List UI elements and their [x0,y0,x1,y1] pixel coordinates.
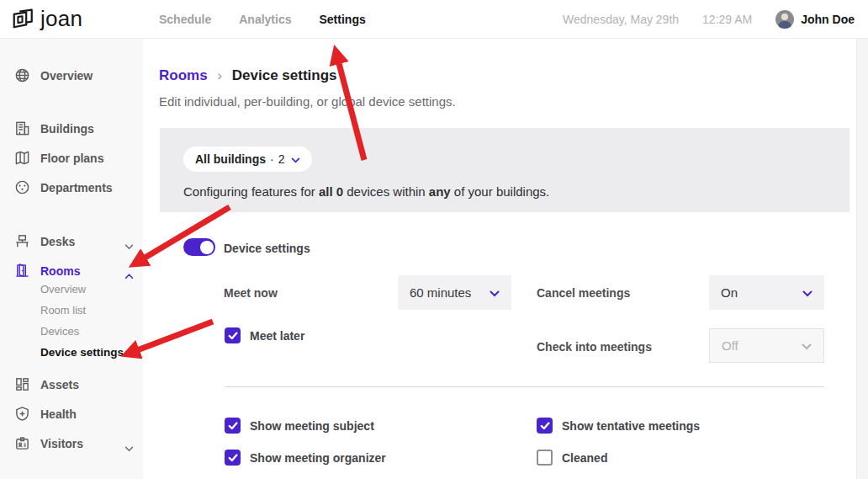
building-icon [13,120,31,137]
section-divider [225,386,824,387]
device-settings-toggle[interactable] [183,238,215,256]
show-meeting-subject-option[interactable]: Show meeting subject [225,418,374,434]
page-title: Device settings [232,67,337,83]
show-meeting-organizer-checkbox[interactable] [225,450,241,466]
filter-bar: All buildings · 2 Configuring features f… [160,128,849,212]
user-menu[interactable]: John Doe [775,10,855,29]
sidebar: Overview Buildings Floor plans Departmen… [0,39,143,479]
scrollbar[interactable] [856,39,868,479]
current-date: Wednesday, May 29th [563,13,679,26]
door-icon [13,262,31,279]
sidebar-item-buildings[interactable]: Buildings [0,117,143,141]
floor-plan-icon [13,149,31,167]
show-meeting-organizer-option[interactable]: Show meeting organizer [225,450,386,466]
meet-now-label: Meet now [224,286,278,300]
joan-logo-icon [11,5,34,35]
sidebar-item-rooms[interactable]: Rooms [0,259,143,283]
logo-wordmark: joan [40,8,82,33]
sidebar-item-overview[interactable]: Overview [0,64,143,88]
sidebar-item-health[interactable]: Health [0,402,143,426]
top-header: joan Schedule Analytics Settings Wednesd… [0,0,868,39]
nav-tab-analytics[interactable]: Analytics [239,13,291,26]
health-shield-icon [13,405,31,423]
current-time: 12:29 AM [702,13,752,26]
meet-later-option[interactable]: Meet later [225,327,304,343]
breadcrumb-rooms-link[interactable]: Rooms [159,67,208,83]
configuration-summary: Configuring features for all 0 devices w… [183,184,549,199]
chevron-down-icon [802,285,812,301]
chevron-down-icon [124,238,134,253]
sidebar-item-desks[interactable]: Desks [0,230,143,253]
show-tentative-meetings-checkbox[interactable] [537,418,553,434]
assets-icon [13,375,31,393]
user-name: John Doe [801,13,855,26]
user-avatar [775,10,794,29]
chevron-down-icon [291,152,300,167]
sidebar-item-assets[interactable]: Assets [0,373,143,397]
device-settings-card: All buildings · 2 Configuring features f… [160,128,849,479]
chevron-down-icon [802,338,812,354]
meet-now-select[interactable]: 60 minutes [398,275,511,310]
device-settings-toggle-label: Device settings [224,242,310,255]
cancel-meetings-select[interactable]: On [709,275,824,310]
meet-later-checkbox[interactable] [225,327,241,343]
chevron-down-icon [490,285,500,301]
show-tentative-meetings-option[interactable]: Show tentative meetings [537,418,700,434]
show-meeting-subject-checkbox[interactable] [225,418,241,434]
sidebar-subitem-rooms-overview[interactable]: Overview [40,283,141,300]
sidebar-subitem-room-list[interactable]: Room list [40,304,141,321]
joan-logo[interactable]: joan [11,5,82,35]
chevron-up-icon [124,268,134,283]
sidebar-subitem-device-settings[interactable]: Device settings [40,346,141,363]
nav-tab-settings[interactable]: Settings [320,13,366,26]
sidebar-subitem-devices[interactable]: Devices [40,325,141,342]
breadcrumb-separator: › [217,67,222,83]
cancel-meetings-label: Cancel meetings [537,286,630,300]
chevron-down-icon [124,440,134,455]
breadcrumb: Rooms › Device settings [159,67,337,84]
building-count: 2 [278,152,285,166]
check-into-meetings-label: Check into meetings [537,340,652,354]
settings-panel: Device settings Meet now 60 minutes Canc… [160,212,849,479]
main-nav: Schedule Analytics Settings [159,0,366,39]
nav-tab-schedule[interactable]: Schedule [159,13,211,26]
visitor-badge-icon [13,434,31,452]
cleaned-option[interactable]: Cleaned [537,450,607,466]
desk-icon [13,232,31,250]
sidebar-item-departments[interactable]: Departments [0,176,143,200]
cleaned-checkbox[interactable] [537,450,553,466]
departments-icon [13,178,31,196]
sidebar-item-visitors[interactable]: Visitors [0,432,143,455]
building-filter-dropdown[interactable]: All buildings · 2 [183,146,312,172]
page-subtitle: Edit individual, per-building, or global… [159,94,456,109]
header-right: Wednesday, May 29th 12:29 AM John Doe [563,0,855,39]
sidebar-item-floor-plans[interactable]: Floor plans [0,146,143,170]
globe-icon [13,67,31,84]
check-into-meetings-select: Off [709,328,824,363]
